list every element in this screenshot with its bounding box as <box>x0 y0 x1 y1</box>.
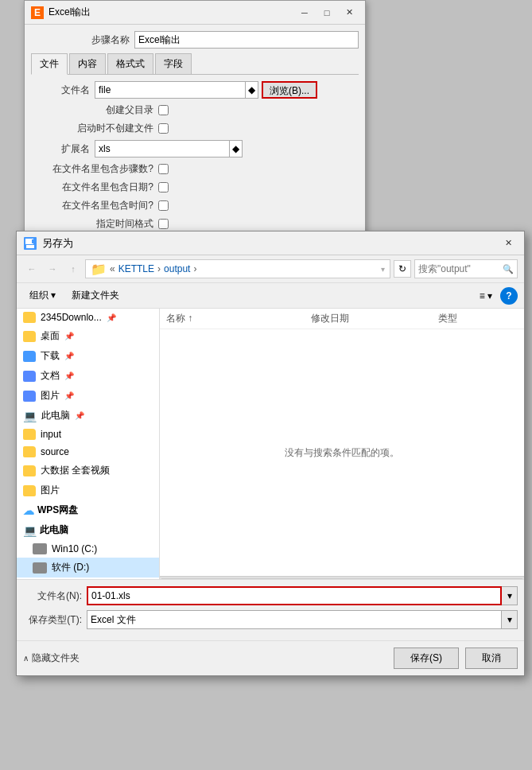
folder-yellow-icon <box>23 429 36 440</box>
filetype-row: 保存类型(T): Excel 文件 ▾ <box>23 610 518 629</box>
left-item-source[interactable]: source <box>17 443 159 461</box>
step-name-input[interactable] <box>134 31 359 49</box>
up-button[interactable]: ↑ <box>64 260 82 278</box>
pin-icon: 📌 <box>75 411 84 420</box>
create-parent-row: 创建父目录 <box>31 103 359 117</box>
saveas-window: 另存为 ✕ ← → ↑ 📁 « KETTLE › output › ▾ ↻ 🔍 … <box>16 231 525 676</box>
tabs-bar: 文件 内容 格式式 字段 <box>31 53 359 75</box>
left-item-desktop[interactable]: 桌面 📌 <box>17 326 159 346</box>
col-name-header[interactable]: 名称 ↑ <box>166 312 311 325</box>
excel-titlebar: E Excel输出 ─ □ ✕ <box>25 1 365 25</box>
left-item-bigdata[interactable]: 大数据 全套视频 <box>17 461 159 480</box>
cancel-button[interactable]: 取消 <box>465 648 518 669</box>
hide-folder-button[interactable]: ∧ 隐藏文件夹 <box>23 651 80 665</box>
minimize-button[interactable]: ─ <box>295 5 314 21</box>
toolbar-row: 组织 ▾ 新建文件夹 ≡ ▾ ? <box>17 283 524 309</box>
item-label: 图片 <box>41 389 60 402</box>
item-label: input <box>41 429 61 440</box>
saveas-bottom: 文件名(N): ▾ 保存类型(T): Excel 文件 ▾ <box>17 579 524 640</box>
left-item-download[interactable]: 下载 📌 <box>17 346 159 366</box>
back-button[interactable]: ← <box>23 260 41 278</box>
extension-row: 扩展名 ◆ <box>31 140 359 158</box>
step-name-label: 步骤名称 <box>31 33 134 47</box>
search-icon: 🔍 <box>503 264 514 274</box>
this-pc-section[interactable]: 💻 此电脑 <box>17 520 159 540</box>
include-stepnum-row: 在文件名里包含步骤数? <box>31 162 359 176</box>
specify-format-checkbox[interactable] <box>158 219 169 229</box>
drive-icon <box>33 562 47 574</box>
close-button[interactable]: ✕ <box>340 5 359 21</box>
folder-icon <box>23 391 36 402</box>
folder-icon <box>23 331 36 342</box>
tab-file[interactable]: 文件 <box>31 53 68 75</box>
hide-arrow-icon: ∧ <box>23 654 29 663</box>
help-button[interactable]: ? <box>500 287 518 305</box>
specify-format-label: 指定时间格式 <box>31 217 158 231</box>
filename-input[interactable] <box>95 81 246 99</box>
right-header: 名称 ↑ 修改日期 类型 <box>160 309 524 329</box>
excel-form-content: 步骤名称 文件 内容 格式式 字段 文件名 ◆ 浏览(B)... 创建父目录 启… <box>25 25 365 242</box>
path-dropdown-arrow[interactable]: ▾ <box>381 265 385 274</box>
search-box: 🔍 <box>414 259 518 278</box>
left-item-software-d[interactable]: 软件 (D:) <box>17 558 159 578</box>
create-parent-checkbox[interactable] <box>158 105 169 115</box>
include-date-label: 在文件名里包含日期? <box>31 181 158 194</box>
left-item-documents[interactable]: 文档 📌 <box>17 366 159 386</box>
saveas-close-button[interactable]: ✕ <box>499 235 518 251</box>
refresh-button[interactable]: ↻ <box>394 260 411 278</box>
organize-button[interactable]: 组织 ▾ <box>23 286 62 305</box>
step-name-row: 步骤名称 <box>31 31 359 49</box>
item-label: 软件 (D:) <box>52 561 89 574</box>
tab-fields[interactable]: 字段 <box>155 53 192 74</box>
include-date-checkbox[interactable] <box>158 182 169 192</box>
left-item-pictures[interactable]: 图片 📌 <box>17 386 159 406</box>
tab-content[interactable]: 内容 <box>69 53 106 74</box>
pin-icon: 📌 <box>64 371 74 380</box>
saveas-titlebar: 另存为 ✕ <box>17 231 524 255</box>
wps-section[interactable]: ☁ WPS网盘 <box>17 500 159 520</box>
extension-label: 扩展名 <box>31 142 95 156</box>
left-item-this-pc-pinned[interactable]: 💻 此电脑 📌 <box>17 406 159 426</box>
path-kettle[interactable]: KETTLE <box>118 263 154 274</box>
path-output[interactable]: output <box>164 263 190 274</box>
folder-yellow-icon <box>23 485 36 496</box>
left-item-input[interactable]: input <box>17 426 159 443</box>
browse-button[interactable]: 浏览(B)... <box>262 81 317 99</box>
saveas-title: 另存为 <box>42 236 499 251</box>
maximize-button[interactable]: □ <box>317 5 336 21</box>
include-time-label: 在文件名里包含时间? <box>31 199 158 212</box>
include-stepnum-checkbox[interactable] <box>158 164 169 174</box>
horizontal-scrollbar[interactable] <box>160 576 524 579</box>
left-item-win10c[interactable]: Win10 (C:) <box>17 540 159 558</box>
forward-button[interactable]: → <box>44 260 61 278</box>
left-item-work-e[interactable]: 工作 (E:) <box>17 578 159 579</box>
specify-format-row: 指定时间格式 <box>31 217 359 231</box>
pin-icon: 📌 <box>64 352 74 360</box>
filetype-dropdown-btn[interactable]: ▾ <box>502 610 518 629</box>
new-folder-button[interactable]: 新建文件夹 <box>65 286 126 305</box>
search-input[interactable] <box>418 263 501 274</box>
filename-row: 文件名(N): ▾ <box>23 586 518 605</box>
folder-yellow-icon <box>23 465 36 476</box>
left-item-2345downloads[interactable]: 2345Downlo... 📌 <box>17 309 159 326</box>
item-label: 下载 <box>41 349 60 363</box>
file-name-row: 文件名 ◆ 浏览(B)... <box>31 81 359 99</box>
tab-format[interactable]: 格式式 <box>107 53 153 74</box>
filetype-select[interactable]: Excel 文件 <box>87 610 502 629</box>
item-label: 大数据 全套视频 <box>41 464 110 477</box>
item-label: 图片 <box>41 484 60 497</box>
no-create-label: 启动时不创建文件 <box>31 122 158 135</box>
left-item-pictures2[interactable]: 图片 <box>17 480 159 500</box>
ext-icon: ◆ <box>230 140 243 158</box>
include-time-checkbox[interactable] <box>158 200 169 211</box>
wps-label: WPS网盘 <box>37 504 78 517</box>
col-type-header[interactable]: 类型 <box>438 312 518 325</box>
file-icon-button[interactable]: ◆ <box>246 81 258 99</box>
filename-dropdown-btn[interactable]: ▾ <box>502 586 518 605</box>
view-button[interactable]: ≡ ▾ <box>475 288 497 304</box>
save-button[interactable]: 保存(S) <box>394 648 459 669</box>
col-date-header[interactable]: 修改日期 <box>311 312 438 325</box>
filename-bottom-input[interactable] <box>91 590 497 601</box>
extension-input[interactable] <box>95 140 230 158</box>
no-create-checkbox[interactable] <box>158 123 169 134</box>
